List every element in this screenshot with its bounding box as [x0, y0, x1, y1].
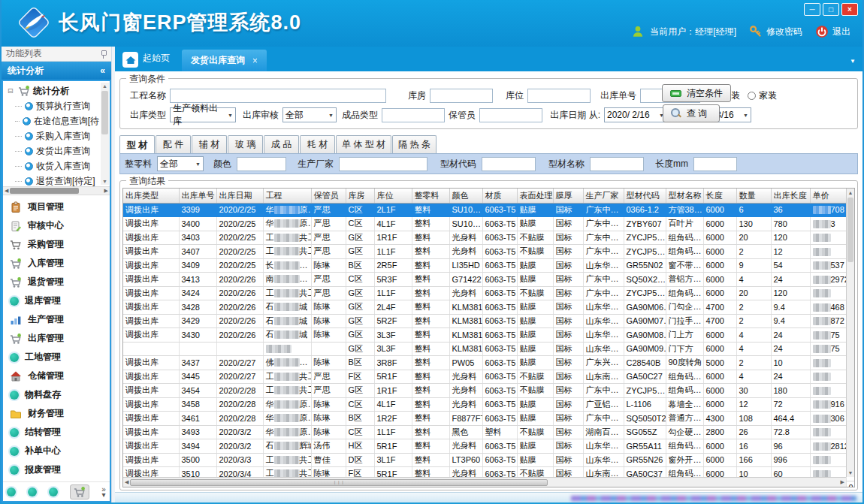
table-row[interactable]: 调拨出库34932020/3/2华原…陈琳C区1L1F整料黑色塑料不贴膜国标湖南…	[123, 425, 855, 439]
table-row[interactable]: 调拨出库34282020/2/26石城陈琳G区2L4F整料KLM38176063…	[123, 300, 855, 315]
menu-item[interactable]: 审核中心	[3, 216, 110, 235]
profile-code-input[interactable]	[482, 157, 536, 171]
column-header[interactable]: 库位	[374, 189, 412, 203]
table-row[interactable]: 调拨出库34032020/2/25工共工程严思G区1R1F整料光身料6063-T…	[123, 231, 855, 245]
table-row[interactable]: 调拨出库35002020/3/3工共工程曹佳D区3L1F整料LT3P606063…	[123, 453, 855, 467]
minimize-button[interactable]: ─	[804, 3, 820, 16]
circle-icon[interactable]	[28, 487, 37, 496]
column-header[interactable]: 整零料	[412, 189, 449, 203]
menu-item[interactable]: 入库管理	[3, 254, 110, 273]
radio-home-install[interactable]	[748, 92, 756, 100]
column-header[interactable]: 颜色	[449, 189, 482, 203]
column-header[interactable]: 生产厂家	[583, 189, 624, 203]
column-header[interactable]: 型材代码	[624, 189, 666, 203]
outbound-type-select[interactable]: 生产领料出库▼	[170, 107, 236, 122]
column-header[interactable]: 出库类型	[123, 189, 179, 203]
change-password-button[interactable]: 修改密码	[749, 25, 802, 38]
scroll-thumb[interactable]	[10, 188, 79, 194]
maker-input[interactable]	[339, 157, 427, 171]
collapse-icon[interactable]: «	[100, 65, 105, 76]
menu-item[interactable]: 生产管理	[3, 310, 110, 329]
whole-part-select[interactable]: 全部▼	[157, 156, 204, 171]
table-row[interactable]: 调拨出库33992020/2/25华原…严思C区2L1F整料SU10…6063-…	[123, 203, 855, 217]
material-tab[interactable]: 型 材	[119, 135, 155, 153]
tree-item[interactable]: 采购入库查询	[8, 128, 99, 143]
chevron-down-icon[interactable]: ▼	[850, 58, 856, 65]
tree-item[interactable]: 在途信息查询[待	[8, 113, 99, 128]
tree-expand-icon[interactable]: ⊟	[8, 87, 15, 95]
menu-item[interactable]: 报废管理	[3, 460, 110, 479]
menu-item[interactable]: 退库管理	[3, 291, 110, 310]
search-button[interactable]: 查 询	[663, 104, 720, 122]
column-header[interactable]: 保管员	[311, 189, 346, 203]
table-row[interactable]: 调拨出库34582020/2/28华原…陈琳C区4L1F整料光身料6063-T5…	[123, 397, 855, 412]
product-type-input[interactable]	[382, 108, 445, 122]
column-header[interactable]: 工程	[263, 189, 311, 203]
scroll-left-icon[interactable]: ◀	[125, 479, 128, 485]
table-row[interactable]: 调拨出库34242020/2/26工共工程严思G区1L1F整料光身料6063-T…	[123, 286, 855, 300]
table-row[interactable]: 调拨出库34072020/2/25工共工程严思G区1L1F整料光身料6063-T…	[123, 245, 855, 259]
material-tab[interactable]: 成 品	[264, 135, 299, 153]
table-row[interactable]: 调拨出库34002020/2/25华原…严思C区4L1F整料SU10…6063-…	[123, 217, 855, 231]
tab-outbound-query[interactable]: 发货出库查询 ×	[182, 50, 267, 71]
circle-icon[interactable]	[49, 487, 58, 496]
menu-item[interactable]: 项目管理	[3, 198, 110, 216]
tab-home-label[interactable]: 起始页	[143, 52, 170, 65]
column-header[interactable]: 出库长度	[771, 189, 810, 203]
menu-item[interactable]: 采购管理	[3, 235, 110, 254]
menu-item[interactable]: 工地管理	[3, 348, 110, 367]
tree-item[interactable]: 预算执行查询	[8, 98, 99, 113]
table-row[interactable]: 调拨出库34092020/2/25长…陈琳B区2R5F整料LI35HD6063-…	[123, 258, 855, 273]
stats-section-header[interactable]: 统计分析 «	[2, 62, 111, 80]
scroll-down-icon[interactable]: ▼	[101, 179, 109, 184]
table-row[interactable]: 调拨出库34452020/2/27工共工程严思F区5R1F整料光身料6063-T…	[123, 370, 855, 384]
table-row[interactable]: 调拨出库34612020/2/28华原…陈琳B区1R2F整料F8877FT606…	[123, 412, 855, 426]
menu-item[interactable]: 仓储管理	[3, 367, 110, 385]
table-row[interactable]: 调拨出库34372020/2/27佛…陈琳B区3R8F整料PW056063-T5…	[123, 356, 855, 370]
scroll-up-icon[interactable]: ▲	[847, 190, 854, 195]
location-input[interactable]	[527, 89, 591, 103]
circle-icon[interactable]	[7, 487, 16, 496]
tree-vertical-scrollbar[interactable]: ▲ ▼	[101, 83, 109, 185]
table-horizontal-scrollbar[interactable]: ◀ | | | ▶	[123, 477, 846, 487]
material-tab[interactable]: 耗 材	[300, 135, 335, 153]
column-header[interactable]: 数量	[736, 189, 771, 203]
table-row[interactable]: 调拨出库34542020/2/28工共工程严思G区1R1F整料光身料6063-T…	[123, 384, 855, 398]
date-from-picker[interactable]: 2020/ 2/16▼	[604, 107, 667, 122]
footer-cart-button[interactable]	[70, 484, 89, 499]
tree-horizontal-scrollbar[interactable]: ◀ ▶	[3, 186, 110, 195]
tree-item[interactable]: 退货查询[待定]	[8, 174, 99, 186]
material-tab[interactable]: 配 件	[156, 135, 191, 153]
scroll-right-icon[interactable]: ▶	[104, 188, 108, 194]
tree-item[interactable]: 发货出库查询	[8, 143, 99, 158]
material-tab[interactable]: 单 体 型 材	[336, 135, 391, 153]
scroll-down-icon[interactable]: ▼	[847, 470, 854, 475]
close-button[interactable]: ×	[841, 3, 858, 16]
tree-item[interactable]: 收货入库查询	[8, 158, 99, 174]
close-icon[interactable]: ×	[252, 56, 258, 66]
tree-root[interactable]: ⊟ 统计分析	[8, 83, 99, 98]
menu-item[interactable]: 出库管理	[3, 329, 110, 348]
profile-name-input[interactable]	[590, 157, 644, 171]
scroll-thumb[interactable]	[847, 198, 853, 262]
material-tab[interactable]: 辅 材	[192, 135, 227, 153]
table-row[interactable]: 调拨出库34292020/2/26石城陈琳G区5R2F整料KLM38176063…	[123, 314, 855, 328]
menu-item[interactable]: 财务管理	[3, 404, 110, 423]
project-name-input[interactable]	[170, 89, 386, 103]
menu-item[interactable]: 补单中心	[3, 442, 110, 460]
column-header[interactable]: 膜厚	[553, 189, 583, 203]
column-header[interactable]: 材质	[482, 189, 517, 203]
scroll-up-icon[interactable]: ▲	[101, 83, 109, 89]
scroll-left-icon[interactable]: ◀	[5, 188, 8, 194]
material-tab[interactable]: 玻 璃	[228, 135, 263, 153]
audit-select[interactable]: 全部▼	[282, 107, 337, 122]
table-row[interactable]: 调拨出库34132020/2/26南…严思C区5R3F整料G714226063-…	[123, 273, 855, 287]
table-row[interactable]: G区3L3F整料KLM38176063-T5贴膜国标山东华…GA90M09…门下…	[123, 342, 855, 356]
more-chevron-icon[interactable]: »▾	[101, 487, 106, 497]
keeper-input[interactable]	[479, 108, 542, 122]
maximize-button[interactable]: □	[823, 3, 839, 16]
scroll-thumb[interactable]: | | |	[130, 479, 548, 486]
table-row[interactable]: 调拨出库34302020/2/26石城陈琳G区3L3F整料KLM38176063…	[123, 328, 855, 343]
column-header[interactable]: 单价	[810, 189, 846, 203]
column-header[interactable]: 型材名称	[666, 189, 703, 203]
